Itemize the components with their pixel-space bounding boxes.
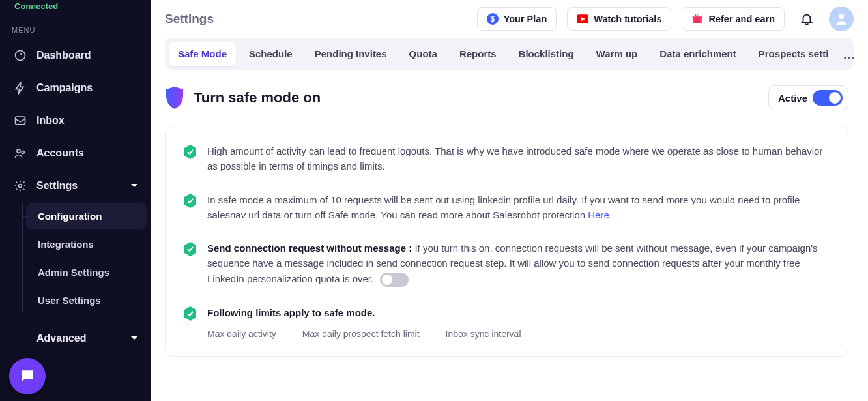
check-hex-icon [184, 306, 197, 321]
refer-and-earn-button[interactable]: Refer and earn [682, 7, 785, 31]
topbar: Settings $ Your Plan Watch tutorials Ref… [151, 0, 868, 38]
campaigns-icon [13, 81, 27, 95]
gear-icon [13, 179, 27, 193]
bullet-text-pre: In safe mode a maximum of 10 requests wi… [207, 194, 800, 220]
bullet-bold: Send connection request without message … [207, 243, 414, 254]
menu-section-label: MENU [0, 14, 151, 40]
tab-schedule[interactable]: Schedule [240, 42, 302, 66]
svg-rect-8 [697, 16, 699, 23]
sidebar-item-configuration[interactable]: Configuration [26, 203, 147, 229]
youtube-icon [577, 13, 588, 25]
nav-label: Accounts [36, 147, 84, 159]
chevron-down-icon [131, 335, 137, 342]
nav-settings[interactable]: Settings [4, 171, 147, 201]
limit-col-max-daily-activity: Max daily activity [207, 329, 276, 339]
dashboard-icon [13, 48, 27, 63]
main: Settings $ Your Plan Watch tutorials Ref… [151, 0, 868, 401]
safe-mode-title: Turn safe mode on [194, 89, 321, 106]
btn-label: Watch tutorials [594, 14, 661, 24]
check-hex-icon [184, 242, 197, 256]
bullet-text: High amount of activity can lead to freq… [207, 143, 830, 174]
limit-col-max-daily-prospect-fetch: Max daily prospect fetch limit [302, 329, 420, 339]
bell-icon [800, 12, 814, 26]
dollar-icon: $ [487, 13, 499, 25]
status-text: Connected [14, 1, 58, 11]
send-without-message-toggle[interactable] [380, 273, 409, 287]
toggle-switch[interactable] [380, 273, 409, 287]
tab-safe-mode[interactable]: Safe Mode [169, 42, 236, 66]
bullet-row: High amount of activity can lead to freq… [184, 143, 830, 174]
check-hex-icon [184, 194, 197, 208]
sidebar-item-admin-settings[interactable]: Admin Settings [26, 260, 147, 285]
tab-pending-invites[interactable]: Pending Invites [306, 42, 396, 66]
nav-label: Advanced [36, 333, 86, 344]
bullet-row: Send connection request without message … [184, 241, 830, 287]
accounts-icon [13, 146, 27, 160]
svg-point-4 [19, 185, 22, 188]
svg-point-0 [16, 51, 25, 61]
tab-quota[interactable]: Quota [400, 42, 446, 66]
bullet-row: In safe mode a maximum of 10 requests wi… [184, 192, 830, 223]
nav-inbox[interactable]: Inbox [4, 106, 147, 136]
settings-submenu: Configuration Integrations Admin Setting… [26, 203, 147, 313]
nav-dashboard[interactable]: Dashboard [4, 40, 147, 70]
check-hex-icon [184, 145, 197, 159]
gift-icon [691, 13, 703, 25]
user-avatar[interactable] [829, 7, 854, 31]
chat-icon [19, 368, 36, 385]
nav-label: Campaigns [36, 82, 93, 94]
tab-blocklisting[interactable]: Blocklisting [510, 42, 583, 66]
bullet-text: Send connection request without message … [207, 241, 830, 287]
sidebar-item-user-settings[interactable]: User Settings [26, 288, 147, 313]
watch-tutorials-button[interactable]: Watch tutorials [567, 7, 671, 31]
your-plan-button[interactable]: $ Your Plan [477, 7, 557, 31]
svg-rect-1 [16, 117, 25, 125]
tabs-overflow[interactable]: … [841, 45, 854, 63]
protection-link[interactable]: Here [588, 209, 609, 220]
tabs-container: Safe Mode Schedule Pending Invites Quota… [151, 38, 868, 70]
btn-label: Refer and earn [708, 14, 775, 24]
connection-status: Connected [0, 0, 151, 14]
user-icon [833, 11, 849, 27]
nav-advanced[interactable]: Advanced [4, 323, 147, 353]
tab-reports[interactable]: Reports [450, 42, 506, 66]
primary-nav: Dashboard Campaigns Inbox Accounts Setti… [0, 40, 151, 353]
nav-label: Inbox [36, 115, 65, 126]
tab-data-enrichment[interactable]: Data enrichment [650, 42, 745, 66]
safe-mode-panel: High amount of activity can lead to freq… [165, 126, 848, 357]
sidebar-item-integrations[interactable]: Integrations [26, 231, 147, 257]
toggle-label: Active [778, 93, 807, 104]
page-title: Settings [165, 12, 214, 26]
limit-col-inbox-sync-interval: Inbox sync interval [446, 329, 521, 339]
chat-fab[interactable] [9, 358, 46, 394]
bullet-bold: Following limits apply to safe mode. [207, 307, 375, 318]
nav-campaigns[interactable]: Campaigns [4, 73, 147, 103]
svg-point-2 [17, 149, 20, 153]
limits-columns: Max daily activity Max daily prospect fe… [184, 329, 830, 339]
nav-accounts[interactable]: Accounts [4, 138, 147, 168]
tab-prospects-settings[interactable]: Prospects setti [749, 42, 838, 66]
btn-label: Your Plan [504, 14, 547, 24]
tab-warm-up[interactable]: Warm up [587, 42, 647, 66]
nav-label: Settings [36, 180, 78, 192]
inbox-icon [13, 113, 27, 128]
shield-icon [165, 87, 184, 109]
toggle-switch[interactable] [813, 90, 843, 106]
top-actions: $ Your Plan Watch tutorials Refer and ea… [477, 7, 854, 31]
nav-label: Dashboard [36, 50, 91, 61]
content-area: Turn safe mode on Active High amount of … [151, 70, 868, 401]
chevron-down-icon [131, 183, 137, 189]
bullet-row: Following limits apply to safe mode. [184, 305, 830, 321]
safe-mode-header: Turn safe mode on Active [165, 85, 848, 110]
notifications-button[interactable] [795, 7, 818, 31]
safe-mode-active-toggle[interactable]: Active [768, 85, 848, 110]
bullet-text: Following limits apply to safe mode. [207, 305, 375, 321]
svg-point-3 [22, 151, 24, 153]
tabs: Safe Mode Schedule Pending Invites Quota… [165, 38, 854, 70]
bullet-text: In safe mode a maximum of 10 requests wi… [207, 192, 830, 223]
sidebar: Connected MENU Dashboard Campaigns Inbox… [0, 0, 151, 401]
svg-point-9 [839, 14, 844, 19]
